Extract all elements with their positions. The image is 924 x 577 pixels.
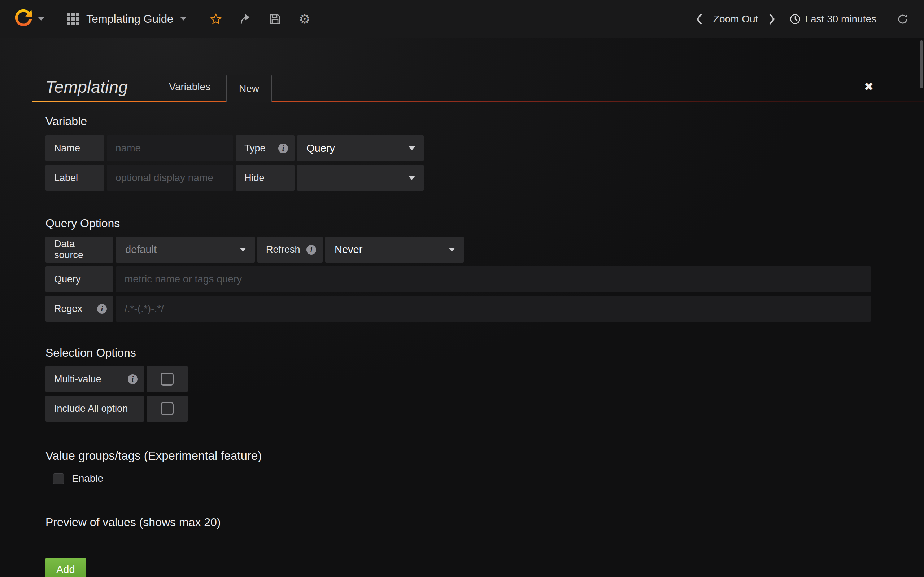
query-input[interactable] xyxy=(116,266,871,292)
value-groups-heading: Value groups/tags (Experimental feature) xyxy=(45,449,924,463)
refresh-select[interactable]: Never xyxy=(325,237,464,263)
page-title: Templating xyxy=(32,77,128,97)
chevron-down-icon xyxy=(38,17,44,21)
grafana-logo-menu[interactable] xyxy=(0,0,56,38)
time-controls: Zoom Out Last 30 minutes xyxy=(691,0,924,38)
type-label: Type xyxy=(244,143,266,154)
save-button[interactable] xyxy=(260,0,290,38)
gear-icon: ⚙ xyxy=(299,13,310,26)
grafana-logo-icon xyxy=(12,7,35,31)
type-label-box: Type i xyxy=(236,135,294,161)
star-button[interactable] xyxy=(201,0,231,38)
enable-checkbox[interactable] xyxy=(53,473,64,484)
scrollbar[interactable] xyxy=(920,40,923,88)
query-input-wrap xyxy=(116,266,871,292)
regex-input[interactable] xyxy=(116,296,871,322)
enable-row: Enable xyxy=(53,473,924,484)
regex-label-box: Regex i xyxy=(45,296,113,322)
variable-label-row: Label Hide xyxy=(45,165,924,191)
query-options-heading: Query Options xyxy=(45,217,924,230)
chevron-down-icon xyxy=(181,17,186,21)
zoom-out-button[interactable]: Zoom Out xyxy=(708,13,764,25)
variable-name-row: Name Type i Query xyxy=(45,135,924,161)
name-input-wrap xyxy=(107,135,233,161)
multi-value-label-box: Multi-value i xyxy=(45,366,144,392)
label-label: Label xyxy=(45,165,104,191)
share-button[interactable] xyxy=(231,0,260,38)
settings-button[interactable]: ⚙ xyxy=(290,0,320,38)
info-icon[interactable]: i xyxy=(97,304,107,314)
selection-options-heading: Selection Options xyxy=(45,346,924,359)
tab-variables[interactable]: Variables xyxy=(153,71,226,102)
dashboard-grid-icon xyxy=(67,13,79,25)
include-all-row: Include All option xyxy=(45,396,924,422)
hide-select[interactable] xyxy=(297,165,424,191)
dashboard-picker[interactable]: Templating Guide xyxy=(56,0,197,38)
info-icon[interactable]: i xyxy=(278,143,288,153)
multi-value-checkbox[interactable] xyxy=(161,372,174,385)
include-all-label: Include All option xyxy=(45,396,144,422)
refresh-label: Refresh xyxy=(266,244,300,255)
tab-new[interactable]: New xyxy=(226,75,272,102)
multi-value-row: Multi-value i xyxy=(45,366,924,392)
multi-value-checkbox-cell[interactable] xyxy=(147,366,188,392)
preview-heading: Preview of values (shows max 20) xyxy=(45,516,924,529)
dashboard-title: Templating Guide xyxy=(86,13,173,26)
time-range-label: Last 30 minutes xyxy=(805,13,876,25)
query-row: Query xyxy=(45,266,924,292)
multi-value-label: Multi-value xyxy=(54,374,102,385)
regex-label: Regex xyxy=(54,303,82,314)
type-select-value: Query xyxy=(307,142,335,154)
datasource-select[interactable]: default xyxy=(116,237,255,263)
navbar: Templating Guide ⚙ Zoom Out Last 30 minu… xyxy=(0,0,924,38)
chevron-down-icon xyxy=(240,248,246,252)
type-select[interactable]: Query xyxy=(297,135,424,161)
info-icon[interactable]: i xyxy=(307,245,316,255)
time-back-button[interactable] xyxy=(691,0,708,38)
save-icon xyxy=(269,13,281,25)
datasource-row: Data source default Refresh i Never xyxy=(45,237,924,263)
refresh-select-value: Never xyxy=(334,244,362,256)
navbar-actions: ⚙ xyxy=(201,0,320,38)
share-icon xyxy=(239,13,252,25)
include-all-checkbox[interactable] xyxy=(161,402,174,415)
hide-label: Hide xyxy=(236,165,294,191)
chevron-left-icon xyxy=(695,14,703,24)
time-range-picker[interactable]: Last 30 minutes xyxy=(780,13,886,25)
templating-editor-header: Templating Variables New ✖ xyxy=(32,71,924,102)
chevron-down-icon xyxy=(449,248,455,252)
star-icon xyxy=(210,13,222,25)
query-label: Query xyxy=(45,266,113,292)
refresh-button[interactable] xyxy=(894,0,912,38)
info-icon[interactable]: i xyxy=(128,374,137,384)
chevron-down-icon xyxy=(409,176,415,180)
variable-section-heading: Variable xyxy=(45,115,924,128)
clock-icon xyxy=(790,14,801,24)
label-input-wrap xyxy=(107,165,233,191)
regex-row: Regex i xyxy=(45,296,924,322)
time-forward-button[interactable] xyxy=(764,0,780,38)
refresh-icon xyxy=(897,13,908,25)
datasource-select-value: default xyxy=(125,244,157,256)
chevron-right-icon xyxy=(768,14,776,24)
include-all-checkbox-cell[interactable] xyxy=(147,396,188,422)
enable-label: Enable xyxy=(72,473,103,484)
variable-label-input[interactable] xyxy=(107,165,233,191)
refresh-label-box: Refresh i xyxy=(257,237,323,263)
close-icon[interactable]: ✖ xyxy=(864,80,874,93)
regex-input-wrap xyxy=(116,296,871,322)
variable-editor-form: Variable Name Type i Query Label Hide Qu… xyxy=(0,115,924,577)
add-button[interactable]: Add xyxy=(45,558,86,577)
chevron-down-icon xyxy=(409,147,415,150)
variable-name-input[interactable] xyxy=(107,135,233,161)
name-label: Name xyxy=(45,135,104,161)
datasource-label: Data source xyxy=(45,237,113,263)
tab-underline xyxy=(32,102,924,102)
